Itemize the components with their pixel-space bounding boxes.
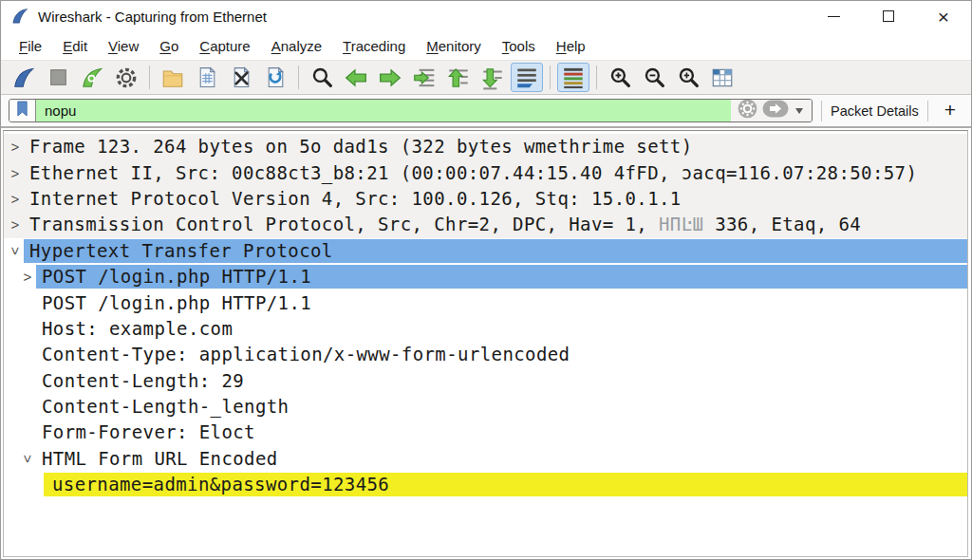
zoom-reset-button[interactable] xyxy=(672,63,704,92)
close-button[interactable]: × xyxy=(916,1,971,31)
collapse-chevron-icon[interactable]: > xyxy=(9,242,23,259)
menu-item-tools[interactable]: Tools xyxy=(492,34,546,58)
window-controls: × xyxy=(806,1,971,31)
packet-tree-row[interactable]: Content-Type: application/x-www-form-url… xyxy=(4,342,967,367)
go-forward-button[interactable] xyxy=(374,63,406,92)
auto-scroll-icon xyxy=(514,65,539,90)
menu-bar: FileEditViewGoCaptureAnalyzeTracedingMen… xyxy=(1,31,971,60)
packet-tree-row[interactable]: >HTML Form URL Encoded xyxy=(4,446,967,472)
expand-chevron-icon[interactable]: > xyxy=(19,270,36,284)
filter-buttons xyxy=(731,100,812,121)
add-filter-button[interactable]: + xyxy=(937,99,963,123)
open-file-button[interactable] xyxy=(157,63,189,92)
open-folder-icon xyxy=(160,65,185,90)
bookmark-icon xyxy=(16,101,28,121)
wireshark-fin-blue-icon xyxy=(11,65,36,90)
last-packet-button[interactable] xyxy=(477,63,509,92)
menu-item-analyze[interactable]: Analyze xyxy=(261,34,332,58)
field-text: HTML Form URL Encoded xyxy=(36,447,284,471)
text-segment: Transmission Control Protocol, Src, Chr=… xyxy=(29,214,659,234)
packet-tree-row[interactable]: Content-Length: 29 xyxy=(4,368,967,394)
find-packet-button[interactable] xyxy=(306,63,338,92)
faded-text-segment: ΗΠĿШ xyxy=(659,214,703,234)
auto-scroll-button[interactable] xyxy=(511,63,543,92)
wireshark-window: { "window": { "title": "Wireshark - Capt… xyxy=(0,0,972,560)
main-toolbar xyxy=(1,60,971,95)
colorize-button[interactable] xyxy=(557,63,589,92)
packet-tree-row[interactable]: >Transmission Control Protocol, Src, Chr… xyxy=(4,212,967,237)
packet-tree-row[interactable]: >Hypertext Transfer Protocol xyxy=(4,238,967,264)
toolbar-separator xyxy=(596,65,597,89)
filter-apply-button[interactable] xyxy=(762,100,789,121)
expand-chevron-icon[interactable]: > xyxy=(7,166,24,180)
expand-chevron-icon[interactable]: > xyxy=(7,140,24,154)
restart-capture-button[interactable] xyxy=(76,63,108,92)
wireshark-fin-icon xyxy=(10,7,29,26)
display-filter-input[interactable]: nopu xyxy=(9,99,813,122)
reload-file-button[interactable] xyxy=(259,63,291,92)
filter-bookmark-button[interactable] xyxy=(9,100,36,121)
go-to-packet-button[interactable] xyxy=(408,63,440,92)
zoom-reset-icon xyxy=(677,65,701,89)
collapse-chevron-icon[interactable]: > xyxy=(21,450,35,467)
resize-columns-icon xyxy=(710,65,735,90)
zoom-in-button[interactable] xyxy=(604,63,636,92)
find-magnifier-icon xyxy=(310,65,334,89)
packet-tree-row[interactable]: >Ethernet II, Src: 00c88ct3_b8:21 (00:00… xyxy=(4,159,967,185)
filter-value[interactable]: nopu xyxy=(36,100,731,121)
packet-tree-row[interactable]: >Internet Protocol Version 4, Src: 100.0… xyxy=(4,186,967,212)
zoom-out-button[interactable] xyxy=(638,63,670,92)
colorize-lines-icon xyxy=(561,65,586,90)
maximize-icon xyxy=(883,10,894,22)
toolbar-separator xyxy=(298,65,299,89)
resize-columns-button[interactable] xyxy=(706,63,738,92)
minimize-button[interactable] xyxy=(806,1,861,31)
field-text: Internet Protocol Version 4, Src: 100.0.… xyxy=(24,187,687,211)
menu-item-menitory[interactable]: Menitory xyxy=(416,34,492,58)
maximize-button[interactable] xyxy=(861,1,916,31)
filter-gear-icon xyxy=(738,99,757,122)
menu-item-view[interactable]: View xyxy=(98,34,149,58)
first-packet-button[interactable] xyxy=(442,63,475,92)
packet-tree-row[interactable]: >POST /login.php HTTP/1.1 xyxy=(4,264,967,289)
expand-chevron-icon[interactable]: > xyxy=(7,217,24,232)
chevron-down-icon[interactable] xyxy=(795,108,803,114)
filterbar-separator xyxy=(927,101,928,121)
highlighted-field-text: Hypertext Transfer Protocol xyxy=(24,239,967,263)
menu-item-edit[interactable]: Edit xyxy=(52,34,98,58)
menu-item-go[interactable]: Go xyxy=(149,34,189,58)
close-document-icon xyxy=(230,65,253,89)
expand-chevron-icon[interactable]: > xyxy=(7,192,24,206)
stop-square-icon xyxy=(47,65,70,89)
close-file-button[interactable] xyxy=(225,63,257,92)
save-file-button[interactable] xyxy=(191,63,223,92)
arrow-left-green-icon xyxy=(344,65,368,90)
menu-item-help[interactable]: Help xyxy=(546,34,596,58)
packet-tree-row[interactable]: Host: example.com xyxy=(4,316,967,342)
wireshark-fin-green-icon xyxy=(80,65,104,90)
packet-tree-row[interactable]: Content-Length-_length xyxy=(4,394,967,420)
start-capture-button[interactable] xyxy=(8,63,40,92)
stop-capture-button[interactable] xyxy=(42,63,74,92)
save-document-icon xyxy=(196,65,219,89)
field-text: Ethernet II, Src: 00c88ct3_b8:21 (00:00:… xyxy=(24,161,923,185)
packet-details-pane: >Frame 123. 264 bytes on 5o dad1s (322 b… xyxy=(3,130,968,557)
minimize-icon xyxy=(828,16,840,17)
menu-item-traceding[interactable]: Traceding xyxy=(332,34,416,58)
menu-item-capture[interactable]: Capture xyxy=(189,34,260,58)
capture-options-button[interactable] xyxy=(110,63,142,92)
toolbar-separator xyxy=(550,65,551,89)
packet-tree-row[interactable]: POST /login.php HTTP/1.1 xyxy=(4,289,967,315)
field-text: Content-Length: 29 xyxy=(36,369,250,393)
filter-bar: nopu xyxy=(1,95,971,128)
field-text: Host: example.com xyxy=(36,317,238,341)
packet-tree-row[interactable]: Form-Forever: Eloct xyxy=(4,420,967,445)
filter-gear-button[interactable] xyxy=(738,101,757,121)
menu-item-file[interactable]: File xyxy=(9,34,52,58)
packet-tree-row[interactable]: username=admin&password=123456 xyxy=(4,472,967,497)
field-text: Content-Type: application/x-www-form-url… xyxy=(36,343,575,366)
go-back-button[interactable] xyxy=(340,63,372,92)
packet-details-label: Packet Details xyxy=(831,103,919,119)
packet-tree-row[interactable]: >Frame 123. 264 bytes on 5o dad1s (322 b… xyxy=(4,134,967,159)
field-text: POST /login.php HTTP/1.1 xyxy=(36,291,317,315)
